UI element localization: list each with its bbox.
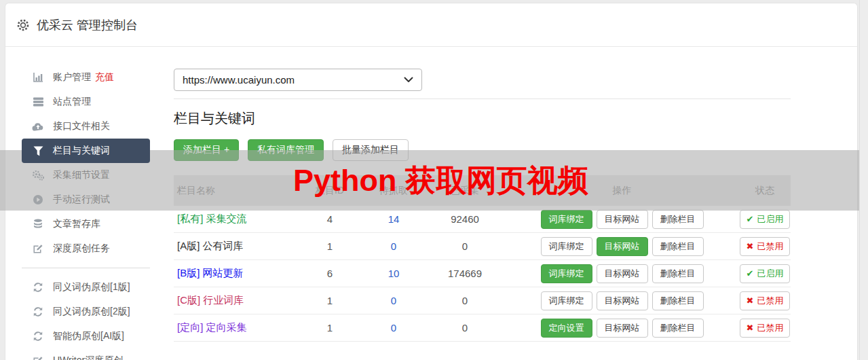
col-header-pending: 待抓取: [362, 185, 425, 197]
action-button-词库绑定[interactable]: 词库绑定: [541, 210, 592, 229]
action-button-目标网站[interactable]: 目标网站: [597, 237, 648, 256]
table-row: [A版] 公有词库 1 0 0 词库绑定目标网站删除栏目 ✖ 已禁用: [174, 233, 791, 260]
toolbar-button-私有词库管理[interactable]: 私有词库管理: [248, 139, 324, 161]
pending-count-link[interactable]: 0: [362, 240, 425, 252]
sidebar-item-label: 同义词伪原创[2版]: [53, 306, 130, 318]
row-actions: 词库绑定目标网站删除栏目: [505, 237, 739, 256]
column-name-link[interactable]: [B版] 网站更新: [174, 267, 297, 280]
sidebar-item-站点管理[interactable]: 站点管理: [22, 90, 150, 114]
status-badge[interactable]: ✖ 已禁用: [740, 291, 790, 310]
server-icon: [31, 96, 45, 107]
sidebar-item-同义词伪原创[1版][interactable]: 同义词伪原创[1版]: [22, 275, 150, 300]
action-button-删除栏目[interactable]: 删除栏目: [652, 319, 704, 338]
database-icon: [31, 219, 45, 230]
sidebar-item-账户管理[interactable]: 账户管理 充值: [22, 65, 150, 90]
refresh-icon: [31, 331, 45, 342]
action-button-词库绑定[interactable]: 词库绑定: [541, 264, 592, 283]
filter-icon: [31, 145, 45, 156]
collected-count-value: 0: [425, 322, 505, 334]
status-label: 已禁用: [757, 240, 783, 253]
pending-count-link[interactable]: 0: [362, 295, 425, 306]
pending-count-link[interactable]: 10: [362, 268, 425, 279]
table-body: [私有] 采集交流 4 14 92460 词库绑定目标网站删除栏目 ✔ 已启用 …: [174, 206, 791, 342]
sidebar-item-同义词伪原创[2版][interactable]: 同义词伪原创[2版]: [22, 300, 150, 324]
status-badge[interactable]: ✔ 已启用: [740, 264, 790, 283]
collected-count-value: 92460: [425, 213, 505, 225]
column-name-link[interactable]: [A版] 公有词库: [174, 240, 297, 253]
col-header-actions: 操作: [505, 185, 739, 197]
status-mark-icon: ✔: [747, 214, 754, 224]
sidebar-item-智能伪原创[AI版][interactable]: 智能伪原创[AI版]: [22, 324, 150, 348]
refresh-icon: [31, 306, 45, 317]
col-header-id: 栏目ID: [297, 185, 362, 197]
sidebar-item-label: 接口文件相关: [53, 120, 110, 132]
sidebar-item-label: 采集细节设置: [53, 169, 110, 181]
sidebar-item-label: UWriter深度原创: [53, 355, 123, 360]
chevron-down-icon: [404, 77, 413, 83]
status-badge[interactable]: ✖ 已禁用: [740, 319, 790, 338]
status-label: 已启用: [757, 213, 783, 226]
sidebar-item-深度原创任务[interactable]: 深度原创任务: [22, 236, 150, 261]
collected-count-value: 0: [425, 295, 505, 306]
edit-icon: [31, 243, 45, 254]
status-badge[interactable]: ✔ 已启用: [740, 210, 790, 229]
column-name-link[interactable]: [C版] 行业词库: [174, 294, 297, 307]
pending-count-link[interactable]: 14: [362, 213, 425, 225]
sidebar-item-接口文件相关[interactable]: 接口文件相关: [22, 114, 150, 139]
column-id-value: 6: [297, 268, 362, 279]
column-name-link[interactable]: [私有] 采集交流: [174, 213, 297, 226]
columns-table: 栏目名称 栏目ID 待抓取 已采集 操作 状态 [私有] 采集交流 4 14 9…: [174, 175, 791, 342]
action-button-删除栏目[interactable]: 删除栏目: [652, 210, 704, 229]
action-button-词库绑定[interactable]: 词库绑定: [541, 291, 592, 310]
column-id-value: 4: [297, 213, 362, 225]
sidebar-item-UWriter深度原创[interactable]: UWriter深度原创: [22, 348, 150, 360]
sidebar-item-label: 栏目与关键词: [53, 145, 110, 157]
row-actions: 词库绑定目标网站删除栏目: [505, 210, 739, 229]
app-window: 优采云 管理控制台 账户管理 充值 站点管理 接口文件相关 栏目与关键词 采集细…: [5, 3, 858, 360]
action-button-删除栏目[interactable]: 删除栏目: [652, 237, 704, 256]
column-name-link[interactable]: [定向] 定向采集: [174, 321, 297, 334]
toolbar-button-批量添加栏目[interactable]: 批量添加栏目: [333, 139, 409, 161]
sidebar-item-label: 手动运行测试: [53, 194, 110, 206]
action-button-目标网站[interactable]: 目标网站: [597, 291, 648, 310]
cloud-upload-icon: [31, 121, 45, 132]
action-button-目标网站[interactable]: 目标网站: [597, 319, 648, 338]
scrollbar-track[interactable]: [859, 0, 868, 360]
gear-icon: [16, 18, 30, 32]
sidebar-item-栏目与关键词[interactable]: 栏目与关键词: [22, 139, 150, 163]
status-mark-icon: ✖: [747, 323, 754, 333]
toolbar-button-添加栏目 +[interactable]: 添加栏目 +: [174, 139, 239, 161]
row-actions: 词库绑定目标网站删除栏目: [505, 291, 739, 310]
action-button-目标网站[interactable]: 目标网站: [597, 210, 648, 229]
table-header: 栏目名称 栏目ID 待抓取 已采集 操作 状态: [174, 175, 791, 206]
pending-count-link[interactable]: 0: [362, 322, 425, 334]
site-select[interactable]: https://www.ucaiyun.com: [174, 69, 422, 91]
action-button-定向设置[interactable]: 定向设置: [541, 319, 592, 338]
sidebar-item-label: 同义词伪原创[1版]: [53, 281, 130, 293]
page-title: 栏目与关键词: [174, 109, 791, 128]
collected-count-value: 0: [425, 240, 505, 252]
action-button-删除栏目[interactable]: 删除栏目: [652, 264, 704, 283]
sidebar-item-手动运行测试[interactable]: 手动运行测试: [22, 187, 150, 212]
action-button-删除栏目[interactable]: 删除栏目: [652, 291, 704, 310]
gears-icon: [31, 170, 45, 181]
sidebar-item-采集细节设置[interactable]: 采集细节设置: [22, 163, 150, 187]
sidebar-divider: [22, 268, 150, 268]
sidebar-item-文章暂存库[interactable]: 文章暂存库: [22, 212, 150, 236]
col-header-status: 状态: [739, 185, 791, 197]
table-row: [定向] 定向采集 1 0 0 定向设置目标网站删除栏目 ✖ 已禁用: [174, 314, 791, 342]
main-content: https://www.ucaiyun.com 栏目与关键词 添加栏目 +私有词…: [169, 47, 857, 360]
action-button-目标网站[interactable]: 目标网站: [597, 264, 648, 283]
edit-icon: [31, 355, 45, 360]
app-header: 优采云 管理控制台: [5, 3, 857, 47]
status-badge[interactable]: ✖ 已禁用: [740, 237, 790, 256]
toolbar: 添加栏目 +私有词库管理批量添加栏目: [174, 139, 791, 161]
sidebar-item-label: 账户管理: [53, 71, 91, 84]
row-actions: 定向设置目标网站删除栏目: [505, 319, 739, 338]
play-icon: [31, 194, 45, 205]
site-select-value: https://www.ucaiyun.com: [183, 74, 295, 86]
sidebar-item-extra-recharge[interactable]: 充值: [95, 71, 114, 84]
table-row: [C版] 行业词库 1 0 0 词库绑定目标网站删除栏目 ✖ 已禁用: [174, 287, 791, 314]
status-mark-icon: ✖: [747, 241, 754, 251]
action-button-词库绑定[interactable]: 词库绑定: [541, 237, 592, 256]
